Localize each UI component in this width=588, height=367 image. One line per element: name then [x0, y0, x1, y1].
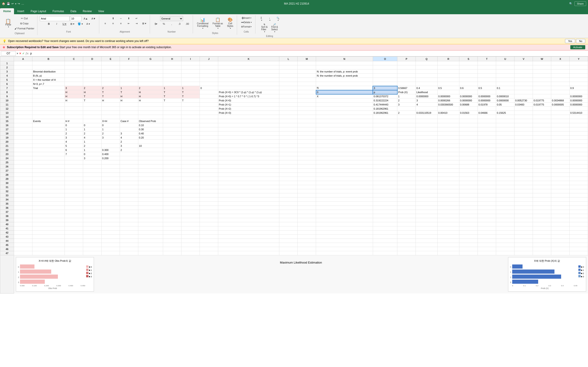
cell-H23[interactable]	[163, 152, 181, 156]
tab-home[interactable]: Home	[0, 8, 14, 14]
cell-P36[interactable]	[397, 206, 416, 210]
cell-O33[interactable]	[373, 193, 397, 198]
cell-C43[interactable]	[65, 235, 83, 239]
cell-A39[interactable]	[14, 218, 32, 222]
cell-V17[interactable]	[514, 127, 533, 131]
cell-N23[interactable]	[316, 152, 373, 156]
cell-V30[interactable]	[514, 181, 533, 185]
cell-G38[interactable]	[138, 214, 163, 218]
cell-X12[interactable]	[551, 107, 569, 111]
col-header-i[interactable]: I	[181, 57, 199, 61]
cell-J32[interactable]	[199, 189, 218, 193]
cell-B40[interactable]	[32, 222, 65, 226]
cell-N34[interactable]	[316, 198, 373, 202]
cell-B26[interactable]	[32, 165, 65, 169]
cell-P21[interactable]	[397, 144, 416, 148]
cell-Q13[interactable]: 0.033110519	[416, 111, 438, 115]
cell-E43[interactable]	[101, 235, 120, 239]
cell-R35[interactable]	[438, 202, 459, 206]
cell-M12[interactable]	[298, 107, 316, 111]
cell-A3[interactable]	[14, 69, 32, 74]
cell-C1[interactable]	[65, 61, 83, 65]
cell-L6[interactable]	[279, 82, 298, 86]
cell-D28[interactable]	[83, 173, 101, 177]
cell-M30[interactable]	[298, 181, 316, 185]
cell-G45[interactable]	[138, 243, 163, 247]
cell-W38[interactable]	[533, 214, 551, 218]
cell-J8[interactable]	[199, 90, 218, 94]
cell-C28[interactable]	[65, 173, 83, 177]
cell-A29[interactable]	[14, 177, 32, 181]
cell-B47[interactable]	[32, 251, 65, 255]
cell-S40[interactable]	[459, 222, 478, 226]
cell-B20[interactable]	[32, 140, 65, 144]
cell-B5[interactable]: X = the number of H	[32, 78, 65, 82]
cell-T45[interactable]	[477, 243, 496, 247]
cell-J12[interactable]	[199, 107, 218, 111]
cell-A14[interactable]	[14, 115, 32, 119]
cell-C18[interactable]: 2	[65, 131, 83, 135]
cell-H20[interactable]	[163, 140, 181, 144]
col-header-h[interactable]: H	[163, 57, 181, 61]
cell-F2[interactable]	[120, 65, 138, 69]
cell-B23[interactable]	[32, 152, 65, 156]
cell-U36[interactable]	[496, 206, 514, 210]
cell-R4[interactable]	[438, 74, 459, 78]
cell-W39[interactable]	[533, 218, 551, 222]
cell-X29[interactable]	[551, 177, 569, 181]
cell-N47[interactable]	[316, 251, 373, 255]
cell-M35[interactable]	[298, 202, 316, 206]
cell-T38[interactable]	[477, 214, 496, 218]
row-header-18[interactable]: 18	[0, 131, 14, 135]
cell-C10[interactable]: H	[65, 98, 83, 102]
cell-Q39[interactable]	[416, 218, 438, 222]
col-header-y[interactable]: Y	[569, 57, 588, 61]
cell-A7[interactable]	[14, 86, 32, 90]
paste-button[interactable]: 📋 Paste ▾	[4, 17, 13, 30]
cell-L47[interactable]	[279, 251, 298, 255]
cell-X1[interactable]	[551, 61, 569, 65]
cell-T46[interactable]	[477, 247, 496, 251]
cell-Y27[interactable]	[569, 169, 588, 173]
cell-K31[interactable]	[218, 185, 279, 189]
cell-J13[interactable]	[199, 111, 218, 115]
cell-J24[interactable]	[199, 156, 218, 160]
cell-W35[interactable]	[533, 202, 551, 206]
cell-W47[interactable]	[533, 251, 551, 255]
cell-A26[interactable]	[14, 165, 32, 169]
cell-L45[interactable]	[279, 243, 298, 247]
cell-V8[interactable]	[514, 90, 533, 94]
cell-F28[interactable]	[120, 173, 138, 177]
cell-B6[interactable]: N=3, p=.7	[32, 82, 65, 86]
cell-A17[interactable]	[14, 127, 32, 131]
cell-S4[interactable]	[459, 74, 478, 78]
cell-O14[interactable]	[373, 115, 397, 119]
cell-G4[interactable]	[138, 74, 163, 78]
cell-L17[interactable]	[279, 127, 298, 131]
cell-X6[interactable]	[551, 82, 569, 86]
cell-D2[interactable]	[83, 65, 101, 69]
col-header-m[interactable]: M	[298, 57, 316, 61]
cell-Y37[interactable]	[569, 210, 588, 214]
cell-R25[interactable]	[438, 160, 459, 165]
cell-N10[interactable]	[316, 98, 373, 102]
cell-J1[interactable]	[199, 61, 218, 65]
cell-C16[interactable]: 0	[65, 123, 83, 127]
cell-O24[interactable]	[373, 156, 397, 160]
row-header-42[interactable]: 42	[0, 231, 14, 235]
cell-Y18[interactable]	[569, 131, 588, 135]
cell-Q10[interactable]: 3	[416, 98, 438, 102]
cell-F33[interactable]	[120, 193, 138, 198]
cell-G11[interactable]	[138, 102, 163, 107]
cell-H43[interactable]	[163, 235, 181, 239]
cell-O3[interactable]	[373, 69, 397, 74]
cell-J39[interactable]	[199, 218, 218, 222]
cell-C38[interactable]	[65, 214, 83, 218]
cell-P5[interactable]	[397, 78, 416, 82]
cell-U24[interactable]	[496, 156, 514, 160]
cell-K2[interactable]	[218, 65, 279, 69]
cell-O32[interactable]	[373, 189, 397, 193]
cell-C12[interactable]	[65, 107, 83, 111]
cell-M3[interactable]	[298, 69, 316, 74]
cell-Y12[interactable]	[569, 107, 588, 111]
